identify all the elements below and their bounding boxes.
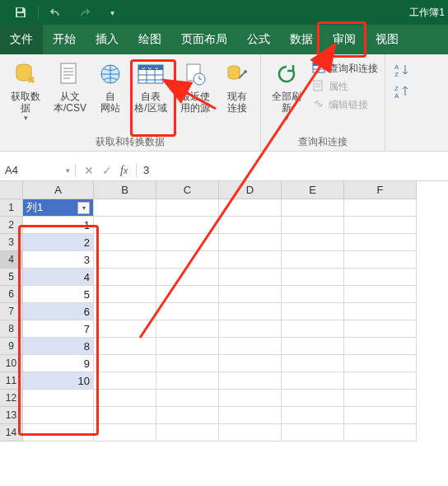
column-header[interactable]: D [219, 181, 282, 199]
column-header[interactable]: E [282, 181, 344, 199]
cell[interactable] [219, 372, 282, 390]
cell[interactable] [94, 320, 156, 338]
cell[interactable] [23, 390, 94, 407]
cell[interactable] [94, 372, 156, 390]
cell[interactable]: 列1▾ [23, 199, 94, 217]
cell[interactable] [219, 390, 282, 407]
cell[interactable] [94, 303, 156, 320]
tab-home[interactable]: 开始 [43, 25, 86, 54]
tab-view[interactable]: 视图 [366, 25, 408, 54]
from-web-button[interactable]: 自 网站 [94, 58, 127, 114]
cell[interactable] [219, 407, 282, 424]
column-header[interactable]: B [94, 181, 156, 199]
row-header[interactable]: 12 [0, 390, 23, 407]
row-header[interactable]: 1 [0, 199, 23, 217]
sort-az-button[interactable]: AZ [392, 61, 413, 79]
qat-customize-icon[interactable]: ▾ [100, 2, 124, 23]
select-all-corner[interactable] [0, 181, 23, 199]
cell[interactable]: 10 [23, 372, 94, 390]
cell[interactable] [156, 217, 219, 234]
cell[interactable] [282, 355, 344, 372]
column-header[interactable]: F [344, 181, 417, 199]
row-header[interactable]: 9 [0, 338, 23, 355]
cell[interactable] [156, 286, 219, 303]
cell[interactable] [282, 407, 344, 424]
cell[interactable] [156, 355, 219, 372]
existing-connections-button[interactable]: 现有 连接 [219, 58, 255, 114]
cell[interactable] [282, 424, 344, 442]
cell[interactable]: 9 [23, 355, 94, 372]
cell[interactable]: 2 [23, 234, 94, 251]
cell[interactable] [344, 372, 417, 390]
tab-page-layout[interactable]: 页面布局 [171, 25, 237, 54]
cell[interactable]: 5 [23, 286, 94, 303]
cell[interactable] [282, 199, 344, 217]
row-header[interactable]: 6 [0, 286, 23, 303]
cell[interactable] [282, 338, 344, 355]
cell[interactable] [156, 338, 219, 355]
cell[interactable] [156, 320, 219, 338]
cell[interactable]: 6 [23, 303, 94, 320]
edit-links-button[interactable]: 编辑链接 [310, 96, 380, 114]
cell[interactable] [156, 251, 219, 269]
cell[interactable] [94, 338, 156, 355]
cell[interactable] [219, 217, 282, 234]
cell[interactable] [94, 234, 156, 251]
cell[interactable] [344, 338, 417, 355]
cell[interactable] [23, 424, 94, 442]
cell[interactable] [219, 269, 282, 286]
row-header[interactable]: 5 [0, 269, 23, 286]
name-box[interactable]: A4 ▾ [0, 164, 76, 176]
cell[interactable]: 7 [23, 320, 94, 338]
row-header[interactable]: 4 [0, 251, 23, 269]
cell[interactable] [344, 407, 417, 424]
cell[interactable] [156, 234, 219, 251]
cell[interactable] [344, 199, 417, 217]
tab-review[interactable]: 审阅 [323, 25, 366, 54]
cell[interactable] [282, 372, 344, 390]
queries-connections-button[interactable]: 查询和连接 [310, 59, 380, 77]
cell[interactable] [344, 390, 417, 407]
filter-dropdown-icon[interactable]: ▾ [77, 202, 90, 214]
row-header[interactable]: 13 [0, 407, 23, 424]
cell[interactable] [94, 407, 156, 424]
cell[interactable] [156, 372, 219, 390]
cell[interactable] [219, 251, 282, 269]
cell[interactable] [23, 407, 94, 424]
cell[interactable] [344, 286, 417, 303]
cell[interactable] [282, 217, 344, 234]
cell[interactable] [282, 390, 344, 407]
cell[interactable]: 1 [23, 217, 94, 234]
tab-insert[interactable]: 插入 [86, 25, 128, 54]
cell[interactable]: 3 [23, 251, 94, 269]
cell[interactable] [94, 390, 156, 407]
cell[interactable] [282, 234, 344, 251]
get-data-button[interactable]: 获取数 据 ▾ [5, 58, 46, 122]
column-header[interactable]: C [156, 181, 219, 199]
confirm-icon[interactable]: ✓ [102, 164, 112, 177]
cell[interactable] [282, 286, 344, 303]
cell[interactable] [156, 424, 219, 442]
fx-icon[interactable]: fx [120, 164, 128, 177]
cell[interactable] [344, 234, 417, 251]
cell[interactable] [344, 320, 417, 338]
cell[interactable] [219, 234, 282, 251]
tab-draw[interactable]: 绘图 [128, 25, 171, 54]
cell[interactable] [94, 217, 156, 234]
cell[interactable] [94, 269, 156, 286]
recent-sources-button[interactable]: 最近使 用的源 [175, 58, 216, 114]
row-header[interactable]: 8 [0, 320, 23, 338]
undo-icon[interactable] [44, 2, 68, 23]
cell[interactable] [219, 338, 282, 355]
cell[interactable] [282, 251, 344, 269]
refresh-all-button[interactable]: 全部刷 新 ▾ [266, 58, 307, 122]
tab-data[interactable]: 数据 [280, 25, 323, 54]
cell[interactable] [282, 269, 344, 286]
save-icon[interactable] [8, 2, 33, 23]
formula-value[interactable]: 3 [137, 164, 156, 176]
cell[interactable] [344, 424, 417, 442]
cell[interactable] [219, 355, 282, 372]
row-header[interactable]: 11 [0, 372, 23, 390]
cell[interactable] [344, 251, 417, 269]
cell[interactable] [156, 269, 219, 286]
